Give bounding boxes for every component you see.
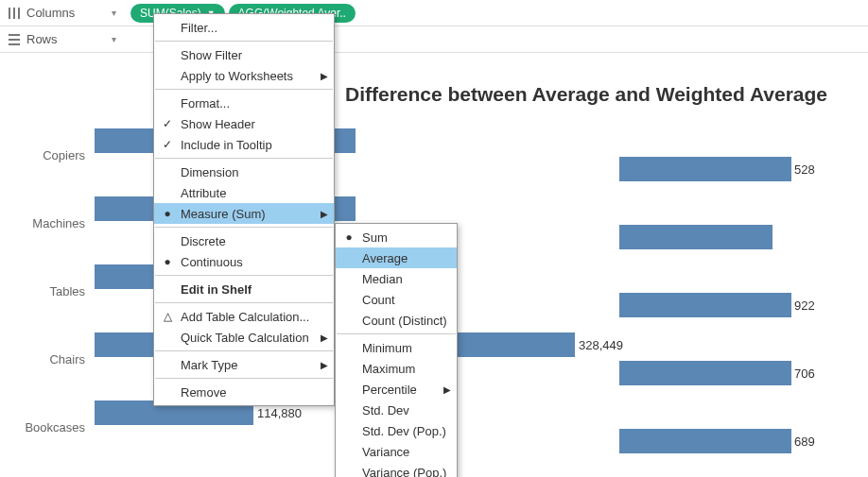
chart-title: Difference between Average and Weighted … bbox=[345, 83, 827, 106]
svg-rect-5 bbox=[9, 43, 20, 45]
bar-value-label: 922 bbox=[794, 298, 815, 313]
rows-shelf: Rows ▾ bbox=[0, 26, 868, 53]
row-category-label: Copiers bbox=[0, 123, 95, 187]
bar-weighted-avg[interactable] bbox=[619, 157, 791, 181]
menu-quick-table-calc[interactable]: Quick Table Calculation▶ bbox=[154, 327, 334, 348]
menu-remove[interactable]: Remove bbox=[154, 382, 334, 402]
submenu-arrow-icon: ▶ bbox=[321, 332, 328, 343]
measure-submenu: ●Sum Average Median Count Count (Distinc… bbox=[335, 223, 458, 477]
row-category-label: Tables bbox=[0, 259, 95, 323]
rows-shelf-label: Rows ▾ bbox=[8, 32, 130, 46]
bullet-icon: ● bbox=[341, 230, 356, 244]
submenu-count-distinct[interactable]: Count (Distinct) bbox=[336, 310, 457, 331]
menu-attribute[interactable]: Attribute bbox=[154, 182, 334, 203]
svg-rect-4 bbox=[9, 39, 20, 41]
submenu-stddev-pop[interactable]: Std. Dev (Pop.) bbox=[336, 420, 457, 441]
menu-dimension[interactable]: Dimension bbox=[154, 162, 334, 182]
submenu-variance-pop[interactable]: Variance (Pop.) bbox=[336, 462, 457, 477]
menu-include-tooltip[interactable]: ✓Include in Tooltip bbox=[154, 134, 334, 155]
bar-weighted-avg[interactable] bbox=[619, 361, 791, 385]
menu-measure[interactable]: ●Measure (Sum)▶ bbox=[154, 203, 334, 224]
menu-add-table-calc[interactable]: △Add Table Calculation... bbox=[154, 306, 334, 327]
bar-weighted-avg[interactable] bbox=[619, 293, 791, 317]
bar-weighted-avg[interactable] bbox=[619, 225, 773, 249]
columns-label-text: Columns bbox=[26, 6, 75, 20]
rows-icon bbox=[8, 33, 21, 46]
row-category-label: Chairs bbox=[0, 327, 95, 391]
submenu-sum[interactable]: ●Sum bbox=[336, 227, 457, 247]
submenu-average[interactable]: Average bbox=[336, 247, 457, 268]
menu-filter[interactable]: Filter... bbox=[154, 17, 334, 38]
menu-continuous[interactable]: ●Continuous bbox=[154, 251, 334, 272]
chart-row: Copiers528 bbox=[0, 123, 868, 187]
check-icon: ✓ bbox=[160, 117, 175, 130]
bar-value-label: 706 bbox=[794, 366, 815, 381]
columns-shelf: Columns ▾ SUM(Sales) ▼ AGG(Weighted Aver… bbox=[0, 0, 868, 26]
menu-show-header[interactable]: ✓Show Header bbox=[154, 113, 334, 134]
rows-dropdown-icon[interactable]: ▾ bbox=[112, 34, 123, 44]
menu-mark-type[interactable]: Mark Type▶ bbox=[154, 354, 334, 375]
submenu-arrow-icon: ▶ bbox=[321, 71, 328, 81]
check-icon: ✓ bbox=[160, 138, 175, 151]
columns-icon bbox=[8, 7, 21, 20]
bar-value-label: 528 bbox=[794, 162, 815, 177]
rows-label-text: Rows bbox=[26, 32, 58, 46]
menu-edit-shelf[interactable]: Edit in Shelf bbox=[154, 279, 334, 299]
row-category-label: Machines bbox=[0, 191, 95, 255]
bullet-icon: ● bbox=[160, 207, 175, 220]
svg-rect-3 bbox=[9, 34, 20, 36]
svg-rect-0 bbox=[9, 8, 10, 19]
submenu-arrow-icon: ▶ bbox=[321, 209, 328, 219]
submenu-variance[interactable]: Variance bbox=[336, 441, 457, 462]
submenu-percentile[interactable]: Percentile▶ bbox=[336, 379, 457, 400]
svg-rect-2 bbox=[18, 8, 20, 19]
row-category-label: Bookcases bbox=[0, 395, 95, 459]
columns-shelf-label: Columns ▾ bbox=[8, 6, 130, 20]
menu-discrete[interactable]: Discrete bbox=[154, 230, 334, 251]
submenu-maximum[interactable]: Maximum bbox=[336, 358, 457, 379]
submenu-count[interactable]: Count bbox=[336, 289, 457, 310]
submenu-median[interactable]: Median bbox=[336, 268, 457, 289]
submenu-minimum[interactable]: Minimum bbox=[336, 337, 457, 358]
menu-apply-worksheets[interactable]: Apply to Worksheets▶ bbox=[154, 65, 334, 86]
menu-show-filter[interactable]: Show Filter bbox=[154, 44, 334, 65]
submenu-arrow-icon: ▶ bbox=[443, 384, 451, 395]
bullet-icon: ● bbox=[160, 255, 175, 268]
menu-format[interactable]: Format... bbox=[154, 93, 334, 113]
bar-value-label: 689 bbox=[794, 434, 815, 449]
bar-weighted-avg[interactable] bbox=[619, 429, 791, 453]
svg-rect-1 bbox=[13, 8, 15, 19]
submenu-arrow-icon: ▶ bbox=[321, 360, 328, 370]
bar-value-label: 114,880 bbox=[257, 406, 302, 420]
columns-dropdown-icon[interactable]: ▾ bbox=[112, 8, 123, 18]
submenu-stddev[interactable]: Std. Dev bbox=[336, 400, 457, 420]
delta-icon: △ bbox=[160, 310, 175, 323]
bar-value-label: 328,449 bbox=[579, 338, 623, 352]
pill-context-menu: Filter... Show Filter Apply to Worksheet… bbox=[153, 13, 335, 406]
